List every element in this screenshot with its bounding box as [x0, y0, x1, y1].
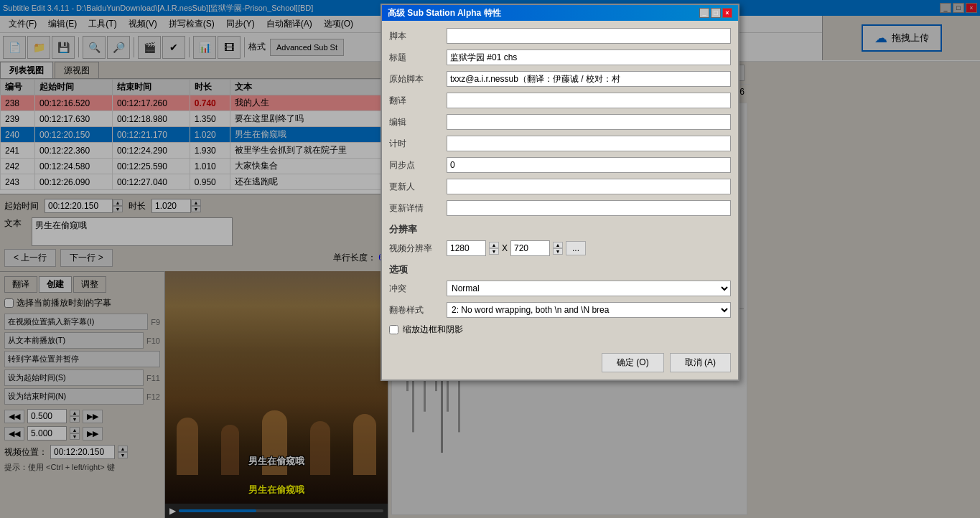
- dialog-cancel-button[interactable]: 取消 (A): [670, 353, 731, 372]
- dialog-title-bar: 高级 Sub Station Alpha 特性 _ □ ×: [382, 5, 738, 21]
- syncpoint-input[interactable]: [447, 157, 731, 173]
- width-down[interactable]: ▼: [489, 248, 499, 255]
- dialog-close[interactable]: ×: [722, 8, 732, 18]
- timing-row: 计时: [389, 136, 731, 151]
- video-res-label: 视频分辨率: [389, 242, 447, 255]
- dialog-overlay: 高级 Sub Station Alpha 特性 _ □ × 脚本: [0, 0, 980, 518]
- width-up[interactable]: ▲: [489, 242, 499, 248]
- dialog-maximize[interactable]: □: [711, 8, 721, 18]
- script-label: 脚本: [389, 30, 447, 42]
- script-input[interactable]: [447, 28, 731, 44]
- wrapstyle-select[interactable]: 2: No word wrapping, both \n and \N brea…: [447, 302, 731, 318]
- resolution-section-label: 分辨率: [389, 223, 731, 236]
- dialog-ok-button[interactable]: 确定 (O): [602, 353, 664, 372]
- syncpoint-label: 同步点: [389, 159, 447, 171]
- width-input[interactable]: [447, 240, 486, 256]
- dialog-footer: 确定 (O) 取消 (A): [382, 349, 738, 380]
- syncpoint-row: 同步点: [389, 157, 731, 173]
- update-details-row: 更新详情: [389, 200, 731, 216]
- updater-label: 更新人: [389, 181, 447, 193]
- translation-row: 翻译: [389, 93, 731, 108]
- advanced-properties-dialog: 高级 Sub Station Alpha 特性 _ □ × 脚本: [381, 4, 739, 381]
- conflict-label: 冲突: [389, 283, 447, 295]
- translation-label: 翻译: [389, 95, 447, 107]
- timing-label: 计时: [389, 138, 447, 150]
- scale-checkbox-row: 缩放边框和阴影: [389, 324, 731, 336]
- original-script-label: 原始脚本: [389, 73, 447, 85]
- title-input[interactable]: [447, 50, 731, 65]
- update-details-label: 更新详情: [389, 202, 447, 215]
- title-row: 标题: [389, 50, 731, 65]
- app-window: Subtitle Edit 3.4.11 - D:\BaiduYunDownlo…: [0, 0, 980, 518]
- conflict-row: 冲突 Normal Reverse: [389, 281, 731, 296]
- options-section-label: 选项: [389, 263, 731, 276]
- scale-label: 缩放边框和阴影: [403, 324, 463, 336]
- dialog-title-text: 高级 Sub Station Alpha 特性: [388, 7, 501, 19]
- editing-input[interactable]: [447, 114, 731, 130]
- dialog-title-buttons: _ □ ×: [699, 8, 732, 18]
- height-down[interactable]: ▼: [553, 248, 563, 255]
- conflict-select[interactable]: Normal Reverse: [447, 281, 731, 296]
- res-browse-button[interactable]: ...: [566, 241, 586, 255]
- wrapstyle-row: 翻卷样式 2: No word wrapping, both \n and \N…: [389, 302, 731, 318]
- updater-input[interactable]: [447, 179, 731, 194]
- script-row: 脚本: [389, 28, 731, 44]
- timing-input[interactable]: [447, 136, 731, 151]
- wrapstyle-label: 翻卷样式: [389, 304, 447, 316]
- editing-label: 编辑: [389, 116, 447, 128]
- dialog-body: 脚本 标题 原始脚本 翻译: [382, 21, 738, 349]
- height-input[interactable]: [510, 240, 550, 256]
- updater-row: 更新人: [389, 179, 731, 194]
- resolution-inputs: ▲ ▼ X ▲ ▼ ...: [447, 240, 586, 256]
- original-script-row: 原始脚本: [389, 71, 731, 87]
- scale-checkbox[interactable]: [389, 325, 398, 334]
- video-res-row: 视频分辨率 ▲ ▼ X ▲ ▼ ...: [389, 240, 731, 256]
- res-x-label: X: [502, 243, 508, 253]
- update-details-input[interactable]: [447, 200, 731, 216]
- height-up[interactable]: ▲: [553, 242, 563, 248]
- editing-row: 编辑: [389, 114, 731, 130]
- translation-input[interactable]: [447, 93, 731, 108]
- title-label: 标题: [389, 52, 447, 64]
- original-script-input[interactable]: [447, 71, 731, 87]
- dialog-minimize[interactable]: _: [699, 8, 709, 18]
